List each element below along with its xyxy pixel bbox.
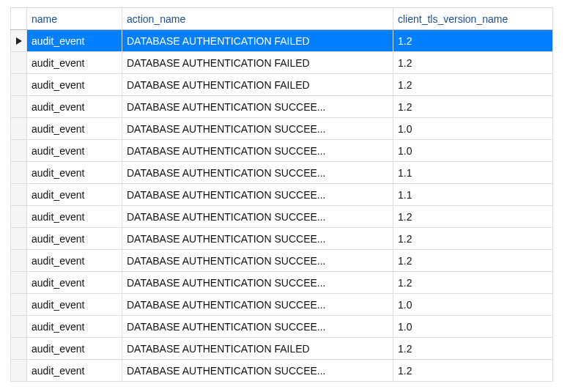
- row-indicator: [11, 272, 27, 294]
- row-indicator: [11, 316, 27, 338]
- cell-client-tls-version[interactable]: 1.1: [393, 184, 553, 206]
- row-indicator: [11, 338, 27, 360]
- table-row[interactable]: audit_eventDATABASE AUTHENTICATION SUCCE…: [11, 294, 553, 316]
- row-indicator: [11, 140, 27, 162]
- cell-name[interactable]: audit_event: [27, 250, 122, 272]
- cell-action-name[interactable]: DATABASE AUTHENTICATION SUCCEE...: [122, 316, 393, 338]
- cell-client-tls-version[interactable]: 1.2: [393, 96, 553, 118]
- row-indicator: [11, 162, 27, 184]
- cell-name[interactable]: audit_event: [27, 52, 122, 74]
- cell-client-tls-version[interactable]: 1.2: [393, 360, 553, 382]
- cell-client-tls-version[interactable]: 1.2: [393, 250, 553, 272]
- cell-client-tls-version[interactable]: 1.2: [393, 228, 553, 250]
- cell-name[interactable]: audit_event: [27, 162, 122, 184]
- header-row: name action_name client_tls_version_name: [11, 8, 553, 30]
- table-row[interactable]: audit_eventDATABASE AUTHENTICATION FAILE…: [11, 52, 553, 74]
- cell-action-name[interactable]: DATABASE AUTHENTICATION SUCCEE...: [122, 294, 393, 316]
- row-indicator: [11, 206, 27, 228]
- cell-action-name[interactable]: DATABASE AUTHENTICATION SUCCEE...: [122, 250, 393, 272]
- cell-name[interactable]: audit_event: [27, 74, 122, 96]
- row-indicator: [11, 118, 27, 140]
- cell-name[interactable]: audit_event: [27, 294, 122, 316]
- cell-name[interactable]: audit_event: [27, 228, 122, 250]
- cell-action-name[interactable]: DATABASE AUTHENTICATION SUCCEE...: [122, 206, 393, 228]
- table-row[interactable]: audit_eventDATABASE AUTHENTICATION SUCCE…: [11, 360, 553, 382]
- cell-client-tls-version[interactable]: 1.1: [393, 162, 553, 184]
- column-header-action[interactable]: action_name: [122, 8, 393, 30]
- results-grid[interactable]: name action_name client_tls_version_name…: [10, 7, 553, 382]
- cell-action-name[interactable]: DATABASE AUTHENTICATION FAILED: [122, 74, 393, 96]
- cell-client-tls-version[interactable]: 1.2: [393, 30, 553, 52]
- table-row[interactable]: audit_eventDATABASE AUTHENTICATION SUCCE…: [11, 272, 553, 294]
- cell-client-tls-version[interactable]: 1.2: [393, 206, 553, 228]
- table-row[interactable]: audit_eventDATABASE AUTHENTICATION SUCCE…: [11, 206, 553, 228]
- cell-action-name[interactable]: DATABASE AUTHENTICATION SUCCEE...: [122, 96, 393, 118]
- row-indicator: [11, 96, 27, 118]
- column-header-name[interactable]: name: [27, 8, 122, 30]
- row-indicator-header: [11, 8, 27, 30]
- table-row[interactable]: audit_eventDATABASE AUTHENTICATION FAILE…: [11, 338, 553, 360]
- table-row[interactable]: audit_eventDATABASE AUTHENTICATION FAILE…: [11, 74, 553, 96]
- table-row[interactable]: audit_eventDATABASE AUTHENTICATION SUCCE…: [11, 96, 553, 118]
- cell-name[interactable]: audit_event: [27, 140, 122, 162]
- cell-client-tls-version[interactable]: 1.2: [393, 52, 553, 74]
- table-row[interactable]: audit_eventDATABASE AUTHENTICATION SUCCE…: [11, 140, 553, 162]
- cell-name[interactable]: audit_event: [27, 316, 122, 338]
- table-row[interactable]: audit_eventDATABASE AUTHENTICATION SUCCE…: [11, 118, 553, 140]
- cell-client-tls-version[interactable]: 1.0: [393, 316, 553, 338]
- column-header-tls[interactable]: client_tls_version_name: [393, 8, 553, 30]
- cell-action-name[interactable]: DATABASE AUTHENTICATION FAILED: [122, 52, 393, 74]
- cell-client-tls-version[interactable]: 1.2: [393, 338, 553, 360]
- table-row[interactable]: audit_eventDATABASE AUTHENTICATION SUCCE…: [11, 250, 553, 272]
- cell-client-tls-version[interactable]: 1.0: [393, 294, 553, 316]
- cell-name[interactable]: audit_event: [27, 184, 122, 206]
- cell-name[interactable]: audit_event: [27, 272, 122, 294]
- row-indicator: [11, 250, 27, 272]
- cell-action-name[interactable]: DATABASE AUTHENTICATION SUCCEE...: [122, 118, 393, 140]
- row-indicator: [11, 74, 27, 96]
- cell-name[interactable]: audit_event: [27, 118, 122, 140]
- cell-name[interactable]: audit_event: [27, 206, 122, 228]
- cell-action-name[interactable]: DATABASE AUTHENTICATION SUCCEE...: [122, 360, 393, 382]
- cell-action-name[interactable]: DATABASE AUTHENTICATION FAILED: [122, 338, 393, 360]
- cell-action-name[interactable]: DATABASE AUTHENTICATION SUCCEE...: [122, 140, 393, 162]
- cell-name[interactable]: audit_event: [27, 360, 122, 382]
- current-row-icon: [15, 37, 23, 45]
- cell-client-tls-version[interactable]: 1.0: [393, 140, 553, 162]
- row-indicator: [11, 184, 27, 206]
- cell-name[interactable]: audit_event: [27, 96, 122, 118]
- table-row[interactable]: audit_eventDATABASE AUTHENTICATION SUCCE…: [11, 184, 553, 206]
- row-indicator: [11, 30, 27, 52]
- row-indicator: [11, 360, 27, 382]
- cell-client-tls-version[interactable]: 1.0: [393, 118, 553, 140]
- table-row[interactable]: audit_eventDATABASE AUTHENTICATION SUCCE…: [11, 162, 553, 184]
- row-indicator: [11, 294, 27, 316]
- cell-name[interactable]: audit_event: [27, 30, 122, 52]
- table-row[interactable]: audit_eventDATABASE AUTHENTICATION SUCCE…: [11, 228, 553, 250]
- cell-action-name[interactable]: DATABASE AUTHENTICATION SUCCEE...: [122, 228, 393, 250]
- cell-client-tls-version[interactable]: 1.2: [393, 74, 553, 96]
- table-row[interactable]: audit_eventDATABASE AUTHENTICATION SUCCE…: [11, 316, 553, 338]
- cell-action-name[interactable]: DATABASE AUTHENTICATION SUCCEE...: [122, 184, 393, 206]
- svg-marker-0: [16, 37, 22, 45]
- table-row[interactable]: audit_eventDATABASE AUTHENTICATION FAILE…: [11, 30, 553, 52]
- cell-action-name[interactable]: DATABASE AUTHENTICATION SUCCEE...: [122, 272, 393, 294]
- row-indicator: [11, 52, 27, 74]
- cell-action-name[interactable]: DATABASE AUTHENTICATION FAILED: [122, 30, 393, 52]
- cell-client-tls-version[interactable]: 1.2: [393, 272, 553, 294]
- row-indicator: [11, 228, 27, 250]
- cell-name[interactable]: audit_event: [27, 338, 122, 360]
- cell-action-name[interactable]: DATABASE AUTHENTICATION SUCCEE...: [122, 162, 393, 184]
